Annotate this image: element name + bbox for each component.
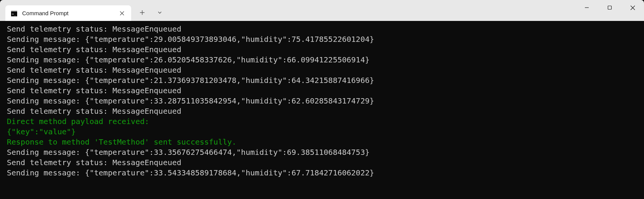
- tab-actions: [131, 4, 168, 21]
- svg-rect-1: [11, 10, 17, 11]
- terminal-line: {"key":"value"}: [7, 127, 637, 137]
- terminal-line: Send telemetry status: MessageEnqueued: [7, 24, 637, 34]
- terminal-line: Sending message: {"temperature":33.28751…: [7, 96, 637, 106]
- terminal-icon: >_: [11, 10, 18, 17]
- close-tab-button[interactable]: [118, 10, 126, 17]
- terminal-line: Send telemetry status: MessageEnqueued: [7, 106, 637, 116]
- terminal-line: Direct method payload received:: [7, 116, 637, 127]
- terminal-line: Send telemetry status: MessageEnqueued: [7, 45, 637, 55]
- terminal-line: Sending message: {"temperature":21.37369…: [7, 75, 637, 86]
- svg-text:>_: >_: [12, 12, 16, 16]
- terminal-line: Sending message: {"temperature":26.05205…: [7, 55, 637, 65]
- tab-title: Command Prompt: [22, 10, 114, 16]
- terminal-output[interactable]: Send telemetry status: MessageEnqueuedSe…: [0, 21, 644, 199]
- svg-rect-8: [608, 6, 612, 10]
- tab-command-prompt[interactable]: >_ Command Prompt: [5, 5, 131, 21]
- terminal-line: Send telemetry status: MessageEnqueued: [7, 65, 637, 75]
- terminal-line: Sending message: {"temperature":33.54334…: [7, 168, 637, 178]
- terminal-line: Send telemetry status: MessageEnqueued: [7, 158, 637, 168]
- window-controls: [575, 0, 644, 15]
- new-tab-button[interactable]: [134, 5, 150, 20]
- terminal-line: Sending message: {"temperature":29.00584…: [7, 34, 637, 45]
- terminal-line: Response to method 'TestMethod' sent suc…: [7, 137, 637, 147]
- terminal-line: Send telemetry status: MessageEnqueued: [7, 86, 637, 96]
- maximize-button[interactable]: [598, 0, 621, 15]
- tab-area: >_ Command Prompt: [0, 0, 168, 21]
- terminal-line: Sending message: {"temperature":33.35676…: [7, 147, 637, 158]
- window-titlebar: >_ Command Prompt: [0, 0, 644, 21]
- minimize-button[interactable]: [575, 0, 598, 15]
- tab-dropdown-button[interactable]: [152, 5, 168, 20]
- close-window-button[interactable]: [621, 0, 644, 15]
